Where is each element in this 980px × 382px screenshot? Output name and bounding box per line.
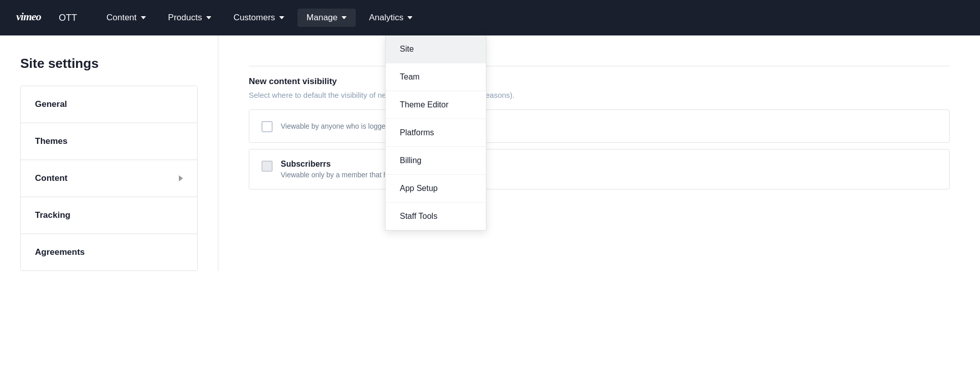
- manage-dropdown: Site Team Theme Editor Platforms Billing…: [385, 35, 486, 231]
- nav-analytics-label: Analytics: [369, 13, 403, 23]
- sidebar-menu: General Themes Content Tracking Agreemen…: [20, 86, 198, 271]
- logo[interactable]: vimeo OTT: [16, 9, 77, 26]
- sidebar-item-tracking[interactable]: Tracking: [21, 197, 197, 234]
- sidebar-item-general[interactable]: General: [21, 86, 197, 123]
- section-divider-top: [249, 66, 950, 66]
- new-content-desc-end: here to default the visibility of ne: [278, 91, 386, 99]
- dropdown-app-setup[interactable]: App Setup: [386, 175, 486, 203]
- dropdown-billing[interactable]: Billing: [386, 147, 486, 175]
- new-content-desc-start: Select w: [249, 91, 278, 99]
- nav-customers-label: Customers: [234, 13, 275, 23]
- main-content: New content visibility Select where to d…: [218, 35, 980, 271]
- sidebar-item-agreements-label: Agreements: [35, 247, 85, 257]
- dropdown-theme-editor[interactable]: Theme Editor: [386, 91, 486, 119]
- nav-analytics-chevron-icon: [407, 16, 412, 19]
- page-title: Site settings: [20, 56, 198, 71]
- nav-products-label: Products: [168, 13, 202, 23]
- logo-ott-text: OTT: [59, 13, 77, 23]
- new-content-label: New content visibility: [249, 77, 950, 87]
- option2-checkbox[interactable]: [261, 161, 273, 172]
- sidebar-item-content-label: Content: [35, 173, 67, 183]
- dropdown-site[interactable]: Site: [386, 35, 486, 63]
- nav-customers-chevron-icon: [279, 16, 284, 19]
- nav-manage[interactable]: Manage: [297, 9, 356, 27]
- page-body: Site settings General Themes Content Tra…: [0, 35, 980, 271]
- option-box-2: Subscriberrs Viewable only by a member t…: [249, 149, 950, 189]
- new-content-section: New content visibility Select where to d…: [249, 77, 950, 189]
- nav-manage-chevron-icon: [342, 16, 347, 19]
- nav-analytics[interactable]: Analytics: [360, 9, 422, 27]
- nav-products[interactable]: Products: [159, 9, 220, 27]
- sidebar-content-chevron-icon: [179, 175, 183, 181]
- option2-title-prefix: Subscriber: [281, 160, 323, 168]
- option1-checkbox[interactable]: [261, 121, 273, 132]
- sidebar-item-tracking-label: Tracking: [35, 210, 70, 220]
- nav-customers[interactable]: Customers: [224, 9, 293, 27]
- sidebar-item-themes[interactable]: Themes: [21, 123, 197, 160]
- dropdown-staff-tools[interactable]: Staff Tools: [386, 203, 486, 230]
- nav-manage-label: Manage: [307, 13, 337, 23]
- sidebar-item-general-label: General: [35, 99, 67, 109]
- new-content-label-text: New co: [249, 77, 279, 86]
- dropdown-team[interactable]: Team: [386, 63, 486, 91]
- option2-title-suffix: rs: [323, 160, 331, 168]
- nav-products-chevron-icon: [206, 16, 211, 19]
- svg-text:vimeo: vimeo: [16, 10, 42, 23]
- dropdown-platforms[interactable]: Platforms: [386, 119, 486, 147]
- option-box-1: Viewable by anyone who is logged out or …: [249, 109, 950, 143]
- nav-content[interactable]: Content: [97, 9, 155, 27]
- vimeo-svg: vimeo: [16, 9, 57, 23]
- nav-content-label: Content: [106, 13, 137, 23]
- logo-vimeo: vimeo: [16, 9, 57, 26]
- option1-desc-start: Viewable by anyone who is logg: [281, 122, 382, 130]
- nav-content-chevron-icon: [141, 16, 146, 19]
- sidebar-item-content[interactable]: Content: [21, 160, 197, 197]
- new-content-label-ellipsis: ntent visibility: [279, 77, 337, 86]
- navbar: vimeo OTT Content Products Customers Man…: [0, 0, 980, 35]
- sidebar-item-themes-label: Themes: [35, 136, 67, 146]
- sidebar: Site settings General Themes Content Tra…: [0, 35, 218, 271]
- new-content-desc: Select where to default the visibility o…: [249, 91, 950, 99]
- sidebar-item-agreements[interactable]: Agreements: [21, 234, 197, 271]
